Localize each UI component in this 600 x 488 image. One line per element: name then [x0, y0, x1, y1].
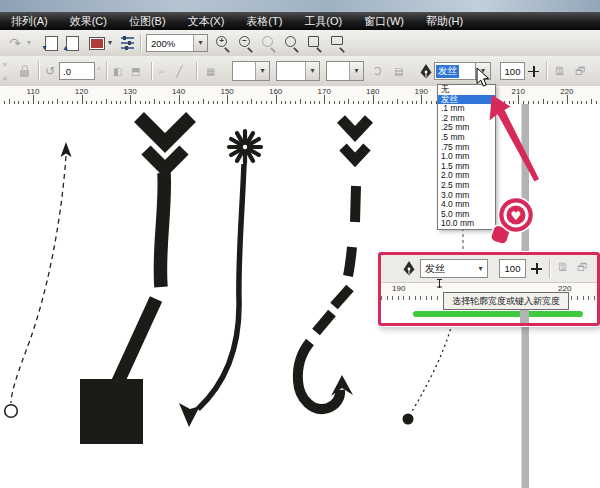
outline-width-tooltip: 选择轮廓宽度或键入新宽度: [443, 292, 569, 310]
export-icon[interactable]: ▴: [63, 34, 81, 52]
text-wrap-icon: ▤: [394, 61, 410, 81]
menu-item[interactable]: 窗口(W): [353, 12, 415, 30]
menu-item[interactable]: 排列(A): [0, 12, 59, 30]
inset-lock-outline-icon: 🖺: [557, 261, 568, 273]
close-curve-icon: Ɔ: [374, 61, 388, 81]
rotation-angle-field[interactable]: .0: [59, 62, 95, 80]
offset-stepper-icon[interactable]: [528, 61, 541, 81]
zoom-in-icon[interactable]: +: [214, 34, 231, 52]
inset-outline-scale-value: 100: [505, 263, 521, 274]
zoom-out-icon[interactable]: −: [237, 34, 254, 52]
zoom-page-width-icon[interactable]: [329, 34, 346, 52]
ruler-number: 190: [415, 87, 428, 96]
rotation-angle-value: .0: [63, 66, 71, 77]
redo-caret-icon[interactable]: ▾: [25, 34, 33, 52]
outline-pen-icon: [420, 61, 433, 81]
desktop-strip: [0, 0, 600, 12]
mirror-vertical-icon: ⬒: [131, 61, 147, 81]
zoom-level-combo[interactable]: 200% ▾: [146, 34, 208, 52]
ruler-number: 160: [269, 87, 282, 96]
convert-to-curves-icon: ╱: [176, 61, 192, 81]
import-icon[interactable]: ▾: [42, 34, 60, 52]
inset-outline-pen-icon: [403, 261, 415, 280]
group-icon: ▦: [206, 61, 222, 81]
inset-outline-width-combo[interactable]: 发丝 ▾: [420, 259, 488, 278]
text-cursor-icon: [436, 279, 444, 288]
ruler-number: 180: [366, 87, 379, 96]
app-window: 排列(A)效果(C)位图(B)文本(X)表格(T)工具(O)窗口(W)帮助(H)…: [0, 0, 600, 488]
end-arrowhead-combo[interactable]: ▾: [326, 61, 364, 81]
mirror-horizontal-icon: ◧: [113, 61, 129, 81]
outline-width-value: 发丝: [436, 65, 459, 78]
outline-width-caret-icon[interactable]: ▾: [476, 63, 490, 79]
standard-toolbar: ↷ ▾ ▾ ▴ ▾ 200% ▾ + −: [0, 30, 600, 57]
start-arrowhead-caret-icon[interactable]: ▾: [255, 62, 269, 80]
zoom-combo-caret-icon[interactable]: ▾: [193, 35, 207, 51]
magnified-inset-panel: 发丝 ▾ 100 🖺 🗗 190 220 选择轮廓宽度或键入新宽度: [378, 252, 600, 326]
start-arrowhead-combo[interactable]: ▾: [232, 61, 270, 81]
zoom-selected-icon: [260, 34, 277, 52]
menu-item[interactable]: 表格(T): [235, 12, 293, 30]
inset-offset-stepper-icon[interactable]: [531, 263, 542, 274]
inset-toolbar: 发丝 ▾ 100 🖺 🗗: [381, 255, 597, 283]
menu-bar: 排列(A)效果(C)位图(B)文本(X)表格(T)工具(O)窗口(W)帮助(H): [0, 12, 600, 30]
outline-scale-field[interactable]: 100: [500, 62, 525, 80]
menu-item[interactable]: 文本(X): [177, 12, 236, 30]
ruler-number: 150: [220, 87, 233, 96]
toolbar-edge-handle: ✕✕: [2, 61, 8, 83]
ruler-number: 140: [172, 87, 185, 96]
inset-outline-width-caret-icon[interactable]: ▾: [474, 260, 487, 277]
ruler-number: 170: [317, 87, 330, 96]
horizontal-ruler[interactable]: 110120130140150160170180190210220: [0, 86, 600, 105]
ruler-number: 220: [560, 87, 573, 96]
edit-nodes-icon: ▫▫: [158, 61, 174, 81]
green-underline-bar: [413, 311, 583, 317]
menu-item[interactable]: 效果(C): [59, 12, 118, 30]
zoom-all-objects-icon[interactable]: [283, 34, 300, 52]
dropdown-item[interactable]: 10.0 mm: [438, 219, 495, 229]
share-attributes-icon: 🗗: [575, 61, 591, 81]
zoom-to-page-icon[interactable]: [306, 34, 323, 52]
ruler-number: 110: [27, 87, 40, 96]
property-bar: ✕✕ ↺ .0 ° ◧ ⬒ ▫▫ ╱ ▦ ▾ ▾ ▾ Ɔ ▤: [0, 56, 600, 87]
ruler-number: 130: [123, 87, 136, 96]
inset-outline-width-value: 发丝: [421, 262, 474, 276]
inset-outline-scale-field[interactable]: 100: [499, 259, 526, 278]
ruler-number: 210: [512, 87, 525, 96]
degree-label: °: [97, 61, 101, 81]
redo-icon[interactable]: ↷: [6, 34, 24, 52]
lock-outline-icon: 🖺: [554, 61, 570, 81]
zoom-level-value: 200%: [147, 38, 193, 49]
end-arrowhead-caret-icon[interactable]: ▾: [349, 62, 363, 80]
line-style-combo[interactable]: ▾: [276, 61, 320, 81]
outline-scale-value: 100: [505, 66, 521, 77]
lock-ratio-icon: [20, 61, 29, 81]
menu-item[interactable]: 工具(O): [293, 12, 353, 30]
options-icon[interactable]: [118, 34, 136, 52]
menu-item[interactable]: 帮助(H): [415, 12, 474, 30]
inset-ruler-number: 190: [392, 284, 405, 293]
launcher-caret-icon[interactable]: ▾: [106, 34, 114, 52]
application-launcher-icon[interactable]: [88, 34, 106, 52]
rotate-icon: ↺: [45, 61, 55, 81]
line-style-caret-icon[interactable]: ▾: [305, 62, 319, 80]
outline-width-field[interactable]: 发丝: [434, 62, 476, 80]
outline-width-dropdown-list: 无发丝.1 mm.2 mm.25 mm.5 mm.75 mm1.0 mm1.5 …: [437, 84, 496, 230]
inset-share-attributes-icon: 🗗: [577, 261, 588, 273]
ruler-number: 120: [75, 87, 88, 96]
menu-item[interactable]: 位图(B): [118, 12, 177, 30]
